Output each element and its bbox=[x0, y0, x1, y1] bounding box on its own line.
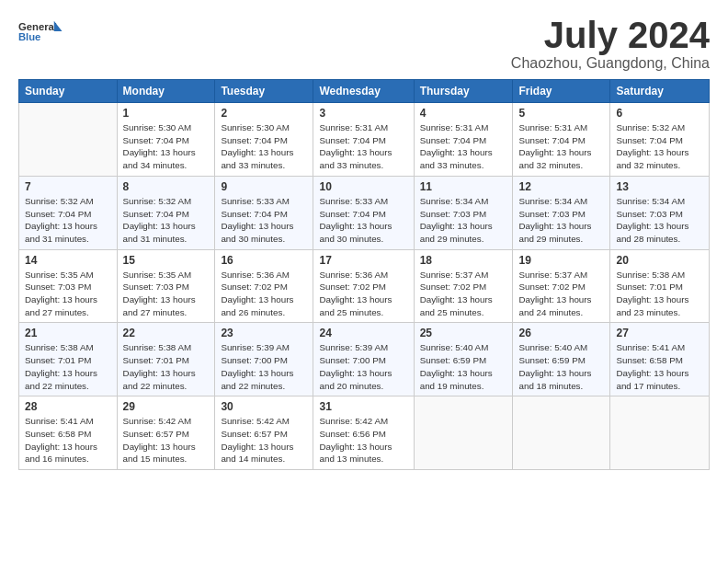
day-cell: 1 Sunrise: 5:30 AMSunset: 7:04 PMDayligh… bbox=[117, 103, 215, 177]
day-cell bbox=[610, 396, 710, 470]
day-number: 26 bbox=[518, 327, 604, 339]
week-row-2: 7 Sunrise: 5:32 AMSunset: 7:04 PMDayligh… bbox=[19, 176, 710, 249]
day-cell: 7 Sunrise: 5:32 AMSunset: 7:04 PMDayligh… bbox=[19, 176, 118, 249]
day-info: Sunrise: 5:36 AMSunset: 7:02 PMDaylight:… bbox=[319, 270, 392, 317]
weekday-header-wednesday: Wednesday bbox=[313, 80, 414, 103]
day-number: 11 bbox=[420, 180, 507, 193]
day-info: Sunrise: 5:39 AMSunset: 7:00 PMDaylight:… bbox=[221, 342, 293, 390]
day-number: 13 bbox=[616, 180, 703, 193]
day-info: Sunrise: 5:32 AMSunset: 7:04 PMDaylight:… bbox=[616, 122, 688, 170]
day-cell: 14 Sunrise: 5:35 AMSunset: 7:03 PMDaylig… bbox=[19, 249, 118, 323]
weekday-header-row: SundayMondayTuesdayWednesdayThursdayFrid… bbox=[19, 80, 710, 103]
day-info: Sunrise: 5:36 AMSunset: 7:02 PMDaylight:… bbox=[221, 270, 293, 317]
day-cell: 24 Sunrise: 5:39 AMSunset: 7:00 PMDaylig… bbox=[313, 323, 414, 396]
day-info: Sunrise: 5:38 AMSunset: 7:01 PMDaylight:… bbox=[25, 342, 97, 390]
day-cell: 25 Sunrise: 5:40 AMSunset: 6:59 PMDaylig… bbox=[414, 323, 513, 396]
day-cell bbox=[19, 103, 118, 177]
day-info: Sunrise: 5:38 AMSunset: 7:01 PMDaylight:… bbox=[616, 270, 688, 317]
day-number: 16 bbox=[221, 254, 307, 267]
day-info: Sunrise: 5:39 AMSunset: 7:00 PMDaylight:… bbox=[319, 342, 392, 390]
day-info: Sunrise: 5:32 AMSunset: 7:04 PMDaylight:… bbox=[25, 196, 97, 244]
day-number: 7 bbox=[25, 180, 111, 193]
day-cell: 30 Sunrise: 5:42 AMSunset: 6:57 PMDaylig… bbox=[215, 396, 313, 470]
day-cell: 28 Sunrise: 5:41 AMSunset: 6:58 PMDaylig… bbox=[19, 396, 118, 470]
day-number: 22 bbox=[123, 327, 210, 339]
day-cell: 20 Sunrise: 5:38 AMSunset: 7:01 PMDaylig… bbox=[610, 249, 710, 323]
day-info: Sunrise: 5:30 AMSunset: 7:04 PMDaylight:… bbox=[221, 122, 293, 170]
day-cell: 16 Sunrise: 5:36 AMSunset: 7:02 PMDaylig… bbox=[215, 249, 313, 323]
day-number: 29 bbox=[123, 400, 210, 413]
logo-svg: General Blue bbox=[18, 15, 64, 48]
day-number: 15 bbox=[123, 254, 210, 267]
day-cell: 29 Sunrise: 5:42 AMSunset: 6:57 PMDaylig… bbox=[117, 396, 215, 470]
title-location: Chaozhou, Guangdong, China bbox=[511, 55, 710, 72]
weekday-header-friday: Friday bbox=[513, 80, 610, 103]
week-row-4: 21 Sunrise: 5:38 AMSunset: 7:01 PMDaylig… bbox=[19, 323, 710, 396]
day-info: Sunrise: 5:42 AMSunset: 6:57 PMDaylight:… bbox=[221, 416, 293, 464]
day-info: Sunrise: 5:38 AMSunset: 7:01 PMDaylight:… bbox=[123, 342, 196, 390]
day-number: 3 bbox=[319, 107, 407, 120]
day-cell: 8 Sunrise: 5:32 AMSunset: 7:04 PMDayligh… bbox=[117, 176, 215, 249]
day-cell: 18 Sunrise: 5:37 AMSunset: 7:02 PMDaylig… bbox=[414, 249, 513, 323]
day-info: Sunrise: 5:35 AMSunset: 7:03 PMDaylight:… bbox=[123, 270, 196, 317]
day-info: Sunrise: 5:37 AMSunset: 7:02 PMDaylight:… bbox=[518, 270, 591, 317]
day-info: Sunrise: 5:34 AMSunset: 7:03 PMDaylight:… bbox=[420, 196, 493, 244]
day-cell: 6 Sunrise: 5:32 AMSunset: 7:04 PMDayligh… bbox=[610, 103, 710, 177]
svg-text:Blue: Blue bbox=[18, 31, 40, 42]
svg-text:General: General bbox=[18, 21, 57, 32]
day-cell: 17 Sunrise: 5:36 AMSunset: 7:02 PMDaylig… bbox=[313, 249, 414, 323]
day-number: 27 bbox=[616, 327, 703, 339]
day-cell: 9 Sunrise: 5:33 AMSunset: 7:04 PMDayligh… bbox=[215, 176, 313, 249]
day-number: 17 bbox=[319, 254, 407, 267]
day-cell bbox=[513, 396, 610, 470]
day-info: Sunrise: 5:42 AMSunset: 6:56 PMDaylight:… bbox=[319, 416, 392, 464]
day-info: Sunrise: 5:40 AMSunset: 6:59 PMDaylight:… bbox=[518, 342, 591, 390]
day-info: Sunrise: 5:32 AMSunset: 7:04 PMDaylight:… bbox=[123, 196, 196, 244]
day-cell: 12 Sunrise: 5:34 AMSunset: 7:03 PMDaylig… bbox=[513, 176, 610, 249]
day-number: 30 bbox=[221, 400, 307, 413]
day-info: Sunrise: 5:31 AMSunset: 7:04 PMDaylight:… bbox=[420, 122, 493, 170]
day-number: 21 bbox=[25, 327, 111, 339]
page: General Blue July 2024 Chaozhou, Guangdo… bbox=[0, 0, 728, 563]
day-info: Sunrise: 5:41 AMSunset: 6:58 PMDaylight:… bbox=[616, 342, 688, 390]
svg-marker-2 bbox=[54, 21, 63, 31]
day-number: 8 bbox=[123, 180, 210, 193]
day-info: Sunrise: 5:40 AMSunset: 6:59 PMDaylight:… bbox=[420, 342, 493, 390]
day-cell: 10 Sunrise: 5:33 AMSunset: 7:04 PMDaylig… bbox=[313, 176, 414, 249]
day-info: Sunrise: 5:31 AMSunset: 7:04 PMDaylight:… bbox=[319, 122, 392, 170]
day-cell: 15 Sunrise: 5:35 AMSunset: 7:03 PMDaylig… bbox=[117, 249, 215, 323]
title-block: July 2024 Chaozhou, Guangdong, China bbox=[511, 15, 710, 72]
weekday-header-thursday: Thursday bbox=[414, 80, 513, 103]
day-cell: 4 Sunrise: 5:31 AMSunset: 7:04 PMDayligh… bbox=[414, 103, 513, 177]
day-number: 23 bbox=[221, 327, 307, 339]
weekday-header-sunday: Sunday bbox=[19, 80, 118, 103]
day-cell: 27 Sunrise: 5:41 AMSunset: 6:58 PMDaylig… bbox=[610, 323, 710, 396]
week-row-3: 14 Sunrise: 5:35 AMSunset: 7:03 PMDaylig… bbox=[19, 249, 710, 323]
day-info: Sunrise: 5:37 AMSunset: 7:02 PMDaylight:… bbox=[420, 270, 493, 317]
logo: General Blue bbox=[18, 15, 64, 48]
day-cell bbox=[414, 396, 513, 470]
day-number: 12 bbox=[518, 180, 604, 193]
day-number: 4 bbox=[420, 107, 507, 120]
day-info: Sunrise: 5:33 AMSunset: 7:04 PMDaylight:… bbox=[319, 196, 392, 244]
day-cell: 31 Sunrise: 5:42 AMSunset: 6:56 PMDaylig… bbox=[313, 396, 414, 470]
day-cell: 26 Sunrise: 5:40 AMSunset: 6:59 PMDaylig… bbox=[513, 323, 610, 396]
day-info: Sunrise: 5:33 AMSunset: 7:04 PMDaylight:… bbox=[221, 196, 293, 244]
day-cell: 22 Sunrise: 5:38 AMSunset: 7:01 PMDaylig… bbox=[117, 323, 215, 396]
day-info: Sunrise: 5:34 AMSunset: 7:03 PMDaylight:… bbox=[616, 196, 688, 244]
day-number: 9 bbox=[221, 180, 307, 193]
day-info: Sunrise: 5:35 AMSunset: 7:03 PMDaylight:… bbox=[25, 270, 97, 317]
day-number: 31 bbox=[319, 400, 407, 413]
day-cell: 5 Sunrise: 5:31 AMSunset: 7:04 PMDayligh… bbox=[513, 103, 610, 177]
day-number: 20 bbox=[616, 254, 703, 267]
week-row-1: 1 Sunrise: 5:30 AMSunset: 7:04 PMDayligh… bbox=[19, 103, 710, 177]
day-info: Sunrise: 5:41 AMSunset: 6:58 PMDaylight:… bbox=[25, 416, 97, 464]
day-cell: 21 Sunrise: 5:38 AMSunset: 7:01 PMDaylig… bbox=[19, 323, 118, 396]
day-number: 18 bbox=[420, 254, 507, 267]
day-info: Sunrise: 5:34 AMSunset: 7:03 PMDaylight:… bbox=[518, 196, 591, 244]
title-month: July 2024 bbox=[511, 15, 710, 55]
day-cell: 23 Sunrise: 5:39 AMSunset: 7:00 PMDaylig… bbox=[215, 323, 313, 396]
day-cell: 13 Sunrise: 5:34 AMSunset: 7:03 PMDaylig… bbox=[610, 176, 710, 249]
header: General Blue July 2024 Chaozhou, Guangdo… bbox=[18, 15, 710, 72]
day-number: 6 bbox=[616, 107, 703, 120]
